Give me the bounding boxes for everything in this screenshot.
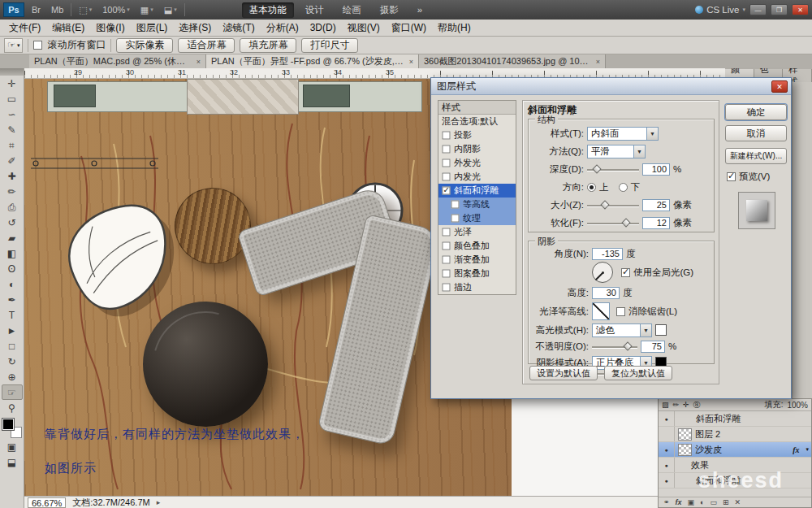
style-row-inner-shadow[interactable]: 内阴影 [438, 142, 516, 156]
move-tool[interactable]: ✛ [2, 76, 23, 91]
style-row-gradient-overlay[interactable]: 渐变叠加 [438, 253, 516, 267]
layer-style-icon[interactable]: fx [676, 498, 682, 506]
checkbox[interactable] [451, 215, 460, 223]
checkbox[interactable] [443, 228, 451, 237]
workspace-tab-painting[interactable]: 绘画 [335, 2, 369, 18]
checkbox[interactable] [443, 256, 451, 264]
direction-down-radio[interactable] [619, 183, 628, 192]
workspace-overflow-icon[interactable]: » [410, 3, 430, 16]
slider-thumb[interactable] [592, 164, 601, 173]
checkbox[interactable] [443, 284, 451, 292]
fx-badge[interactable]: fx [793, 445, 799, 454]
close-button[interactable]: ✕ [792, 4, 809, 15]
dialog-close-icon[interactable]: ✕ [771, 80, 788, 93]
healing-brush-tool[interactable]: ✚ [2, 168, 23, 184]
style-row-drop-shadow[interactable]: 投影 [438, 128, 516, 142]
restore-button[interactable]: ❐ [771, 4, 788, 15]
dodge-tool[interactable]: ◐ [2, 276, 23, 292]
depth-slider[interactable] [587, 164, 639, 175]
zoom-level-select[interactable]: 100%▾ [99, 4, 133, 15]
3d-orbit-tool[interactable]: ⊕ [2, 369, 23, 384]
doc-tab-3[interactable]: 360截图20130410174039653.jpg @ 100% (图...× [419, 54, 606, 68]
layer-row-sofa-selected[interactable]: ● 沙发皮 fx ▾ [659, 442, 811, 458]
blur-tool[interactable]: ʘ [2, 261, 23, 276]
direction-up-radio[interactable] [587, 183, 596, 192]
fill-value[interactable]: 100% [787, 401, 808, 410]
preview-checkbox[interactable] [727, 172, 736, 181]
marquee-tool[interactable]: ▭ [2, 91, 23, 106]
style-row-inner-glow[interactable]: 内发光 [438, 170, 516, 184]
highlight-opacity-slider[interactable] [592, 341, 637, 352]
depth-value-field[interactable]: 100 [642, 163, 670, 176]
style-row-texture[interactable]: 纹理 [438, 211, 516, 225]
menu-layer[interactable]: 图层(L) [131, 20, 174, 36]
lock-position-icon[interactable]: ✛ [683, 401, 689, 409]
layer-group-icon[interactable]: ▭ [710, 498, 718, 506]
layer-thumbnail[interactable] [678, 444, 692, 456]
checkbox[interactable] [443, 132, 451, 140]
checkbox[interactable] [443, 173, 451, 181]
menu-help[interactable]: 帮助(H) [432, 20, 477, 36]
style-row-color-overlay[interactable]: 颜色叠加 [438, 239, 516, 253]
highlight-opacity-field[interactable]: 75 [641, 341, 665, 353]
tool-preset-picker[interactable]: ☞ ▾ [4, 38, 23, 53]
lasso-tool[interactable]: ∽ [2, 106, 23, 122]
mini-bridge-icon[interactable]: Mb [48, 4, 67, 15]
checkbox[interactable] [451, 201, 460, 209]
new-style-button[interactable]: 新建样式(W)... [725, 148, 787, 164]
screen-mode-button[interactable]: ⬓ [2, 454, 23, 470]
size-slider[interactable] [587, 200, 639, 211]
workspace-tab-photography[interactable]: 摄影 [373, 2, 406, 18]
menu-image[interactable]: 图像(I) [90, 20, 130, 36]
bridge-icon[interactable]: Br [28, 4, 44, 15]
soften-slider[interactable] [587, 218, 639, 228]
eye-icon[interactable] [659, 427, 675, 441]
checkbox[interactable] [443, 270, 451, 278]
menu-filter[interactable]: 滤镜(T) [217, 20, 260, 36]
set-default-button[interactable]: 设置为默认值 [529, 366, 598, 380]
style-row-pattern-overlay[interactable]: 图案叠加 [438, 267, 516, 280]
tab-close-icon[interactable]: × [197, 58, 201, 66]
angle-dial[interactable] [592, 262, 613, 283]
slider-thumb[interactable] [621, 218, 630, 227]
anti-aliased-checkbox[interactable] [616, 307, 625, 316]
soften-value-field[interactable]: 12 [642, 217, 670, 229]
menu-3d[interactable]: 3D(D) [304, 20, 342, 36]
eyedropper-tool[interactable]: ✐ [2, 153, 23, 168]
fill-screen-button[interactable]: 填充屏幕 [240, 38, 296, 53]
checkbox[interactable] [443, 187, 451, 195]
adjustment-layer-icon[interactable]: ◐ [700, 498, 704, 506]
ok-button[interactable]: 确定 [725, 104, 787, 120]
history-brush-tool[interactable]: ↺ [2, 215, 23, 230]
workspace-tab-design[interactable]: 设计 [298, 2, 331, 18]
photoshop-logo[interactable]: Ps [3, 2, 24, 17]
layer-mask-icon[interactable]: ▣ [688, 498, 695, 506]
lock-all-icon[interactable]: ⓐ [693, 400, 701, 410]
shape-tool[interactable]: □ [2, 338, 23, 354]
altitude-value-field[interactable]: 30 [592, 287, 620, 299]
angle-value-field[interactable]: -135 [592, 248, 623, 260]
menu-window[interactable]: 窗口(W) [386, 20, 432, 36]
highlight-mode-select[interactable]: 滤色▼ [592, 323, 652, 337]
eye-icon[interactable]: ● [659, 473, 675, 488]
dialog-titlebar[interactable]: 图层样式 [431, 78, 791, 95]
screen-mode-icon[interactable]: ⬓▾ [161, 4, 180, 16]
tab-close-icon[interactable]: × [596, 58, 600, 66]
color-swatches[interactable] [2, 418, 23, 439]
quick-mask-button[interactable]: ▣ [2, 439, 23, 454]
lock-pixels-icon[interactable]: ✏ [673, 401, 680, 409]
eye-icon[interactable]: ● [659, 411, 675, 426]
status-arrow-icon[interactable]: ▸ [157, 498, 161, 506]
fx-collapse-icon[interactable]: ▾ [806, 446, 809, 453]
bevel-style-select[interactable]: 内斜面▼ [587, 127, 659, 141]
brush-tool[interactable]: ✏ [2, 184, 23, 199]
cancel-button[interactable]: 取消 [725, 125, 787, 141]
zoom-percentage-field[interactable]: 66.67% [28, 497, 66, 508]
arrange-documents-icon[interactable]: ▦▾ [137, 4, 157, 16]
print-size-button[interactable]: 打印尺寸 [301, 38, 358, 53]
new-layer-icon[interactable]: ⊞ [723, 498, 729, 506]
doc-tab-1[interactable]: PLAN（平面）MAC.psd @ 25% (休旦精饰演...× [29, 54, 206, 68]
scroll-all-windows-checkbox[interactable] [33, 41, 42, 50]
menu-file[interactable]: 文件(F) [3, 20, 46, 36]
global-light-checkbox[interactable] [621, 268, 630, 277]
